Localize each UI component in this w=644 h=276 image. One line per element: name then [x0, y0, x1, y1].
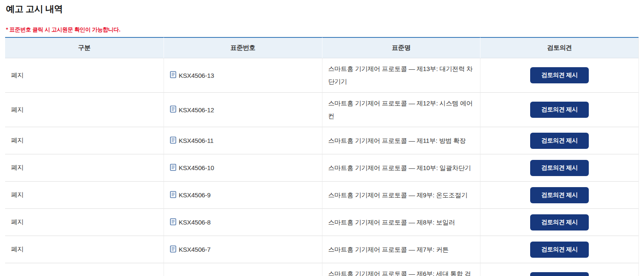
table-row: 폐지 KSX4506-9 스마트홈 기기제어 프로토콜 — 제9부: 온도조절기… [5, 182, 638, 209]
review-opinion-cell: 검토의견 제시 [480, 236, 638, 263]
submit-review-opinion-button[interactable]: 검토의견 제시 [530, 242, 589, 258]
review-opinion-cell: 검토의견 제시 [480, 263, 638, 276]
document-icon [170, 164, 176, 172]
standard-number-link[interactable]: KSX4506-7 [170, 245, 211, 254]
standard-name-cell: 스마트홈 기기제어 프로토콜 — 제7부: 커튼 [322, 236, 480, 263]
column-header-standard-name: 표준명 [322, 37, 480, 58]
category-cell: 폐지 [5, 127, 164, 154]
table-row: 폐지 KSX4506-13 스마트홈 기기제어 프로토콜 — 제13부: 대기전… [5, 58, 638, 93]
table-row: 폐지 KSX4506-8 스마트홈 기기제어 프로토콜 — 제8부: 보일러 검… [5, 209, 638, 236]
category-cell: 폐지 [5, 236, 164, 263]
submit-review-opinion-button[interactable]: 검토의견 제시 [530, 214, 589, 230]
standard-number-cell: KSX4506-12 [164, 93, 322, 127]
category-cell: 폐지 [5, 182, 164, 209]
standard-name-cell: 스마트홈 기기제어 프로토콜 — 제6부: 세대 통합 검침 [322, 263, 480, 276]
standard-name-cell: 스마트홈 기기제어 프로토콜 — 제9부: 온도조절기 [322, 182, 480, 209]
table-row: 폐지 KSX4506-12 스마트홈 기기제어 프로토콜 — 제12부: 시스템… [5, 93, 638, 127]
notice-table: 구분 표준번호 표준명 검토의견 폐지 KSX4506-13 [5, 37, 639, 276]
standard-number-link[interactable]: KSX4506-10 [170, 164, 214, 172]
standard-number-cell: KSX4506-7 [164, 236, 322, 263]
submit-review-opinion-button[interactable]: 검토의견 제시 [530, 272, 589, 276]
page: 예고 고시 내역 * 표준번호 클릭 시 고시원문 확인이 가능합니다. 구분 … [0, 0, 644, 276]
standard-number-link[interactable]: KSX4506-8 [170, 218, 211, 227]
document-icon [170, 245, 176, 254]
column-header-standard-number: 표준번호 [164, 37, 322, 58]
standard-number-text: KSX4506-13 [179, 72, 214, 79]
standard-number-click-note: * 표준번호 클릭 시 고시원문 확인이 가능합니다. [6, 26, 639, 34]
review-opinion-cell: 검토의견 제시 [480, 154, 638, 182]
column-header-category: 구분 [5, 37, 164, 58]
table-row: 폐지 KSX4506-10 스마트홈 기기제어 프로토콜 — 제10부: 일괄차… [5, 154, 638, 182]
document-icon [170, 218, 176, 227]
standard-name-cell: 스마트홈 기기제어 프로토콜 — 제12부: 시스템 에어컨 [322, 93, 480, 127]
standard-number-link[interactable]: KSX4506-13 [170, 71, 214, 80]
table-body: 폐지 KSX4506-13 스마트홈 기기제어 프로토콜 — 제13부: 대기전… [5, 58, 638, 276]
submit-review-opinion-button[interactable]: 검토의견 제시 [530, 160, 589, 176]
standard-number-cell: KSX4506-9 [164, 182, 322, 209]
table-header: 구분 표준번호 표준명 검토의견 [5, 37, 638, 58]
standard-number-link[interactable]: KSX4506-11 [170, 137, 214, 145]
standard-number-text: KSX4506-8 [179, 219, 211, 226]
review-opinion-cell: 검토의견 제시 [480, 93, 638, 127]
standard-number-cell: KSX4506-13 [164, 58, 322, 93]
table-row: 폐지 KSX4506-7 스마트홈 기기제어 프로토콜 — 제7부: 커튼 검토… [5, 236, 638, 263]
standard-number-link[interactable]: KSX4506-9 [170, 191, 211, 199]
category-cell: 폐지 [5, 154, 164, 182]
review-opinion-cell: 검토의견 제시 [480, 58, 638, 93]
submit-review-opinion-button[interactable]: 검토의견 제시 [530, 187, 589, 203]
document-icon [170, 137, 176, 145]
document-icon [170, 191, 176, 199]
category-cell: 폐지 [5, 263, 164, 276]
standard-name-cell: 스마트홈 기기제어 프로토콜 — 제11부: 방범 확장 [322, 127, 480, 154]
column-header-review-opinion: 검토의견 [480, 37, 638, 58]
standard-number-cell: KSX4506-8 [164, 209, 322, 236]
table-row: 폐지 KSX4506-11 스마트홈 기기제어 프로토콜 — 제11부: 방범 … [5, 127, 638, 154]
standard-number-text: KSX4506-10 [179, 164, 214, 171]
table-row: 폐지 KSX4506-6 스마트홈 기기제어 프로토콜 — 제6부: 세대 통합… [5, 263, 638, 276]
category-cell: 폐지 [5, 58, 164, 93]
standard-number-text: KSX4506-7 [179, 246, 211, 253]
standard-number-text: KSX4506-9 [179, 191, 211, 199]
document-icon [170, 71, 176, 80]
document-icon [170, 105, 176, 114]
submit-review-opinion-button[interactable]: 검토의견 제시 [530, 67, 589, 83]
standard-number-text: KSX4506-12 [179, 106, 214, 114]
review-opinion-cell: 검토의견 제시 [480, 209, 638, 236]
standard-name-cell: 스마트홈 기기제어 프로토콜 — 제10부: 일괄차단기 [322, 154, 480, 182]
category-cell: 폐지 [5, 209, 164, 236]
submit-review-opinion-button[interactable]: 검토의견 제시 [530, 102, 589, 118]
standard-number-link[interactable]: KSX4506-12 [170, 105, 214, 114]
submit-review-opinion-button[interactable]: 검토의견 제시 [530, 133, 589, 149]
standard-number-cell: KSX4506-10 [164, 154, 322, 182]
category-cell: 폐지 [5, 93, 164, 127]
review-opinion-cell: 검토의견 제시 [480, 182, 638, 209]
review-opinion-cell: 검토의견 제시 [480, 127, 638, 154]
standard-number-cell: KSX4506-11 [164, 127, 322, 154]
standard-number-cell: KSX4506-6 [164, 263, 322, 276]
standard-number-text: KSX4506-11 [179, 137, 214, 144]
standard-name-cell: 스마트홈 기기제어 프로토콜 — 제8부: 보일러 [322, 209, 480, 236]
page-title: 예고 고시 내역 [6, 3, 639, 15]
standard-name-cell: 스마트홈 기기제어 프로토콜 — 제13부: 대기전력 차단기기 [322, 58, 480, 93]
